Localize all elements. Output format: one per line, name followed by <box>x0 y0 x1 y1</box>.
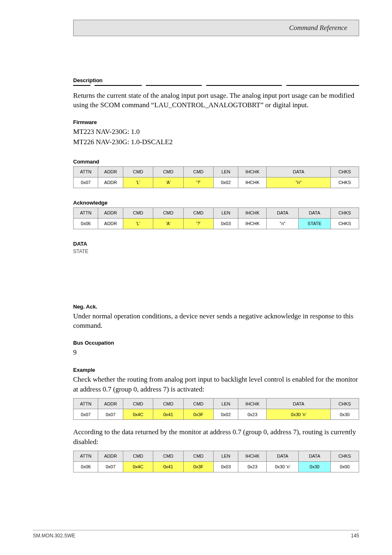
th: LEN <box>213 207 238 218</box>
th: DATA <box>267 207 299 218</box>
th: CMD <box>123 451 153 461</box>
header-title: Command Reference <box>289 24 347 32</box>
th-cmd: CMD <box>153 166 183 177</box>
td: 'L' <box>123 177 153 188</box>
td: 0x02 <box>213 409 238 420</box>
td: 'A' <box>153 177 183 188</box>
nack-label: Neg. Ack. <box>73 304 359 310</box>
td: 0x06 <box>74 461 98 472</box>
td: 0x23 <box>238 461 267 472</box>
th: IHCHK <box>238 451 267 461</box>
th: CHKS <box>330 398 359 409</box>
td: 0x03 <box>213 218 238 229</box>
description-text: Returns the current state of the analog … <box>73 91 359 110</box>
th: CMD <box>183 207 213 218</box>
td: 0x07 <box>74 177 98 188</box>
td: 0x30 <box>299 461 331 472</box>
td: CHKS <box>330 218 359 229</box>
td: 'A' <box>153 218 183 229</box>
th: LEN <box>213 398 238 409</box>
firmware-line-1: MT223 NAV-230G: 1.0 <box>73 127 359 136</box>
table-row: 0x06 ADDR 'L' 'A' '?' 0x03 IHCHK "n" STA… <box>74 218 359 229</box>
table-header-row: ATTN ADDR CMD CMD CMD LEN IHCHK DATA DAT… <box>74 451 359 461</box>
nack-text: Under normal operation conditions, a dev… <box>73 311 359 331</box>
td: "n" <box>267 177 330 188</box>
td: 0x4C <box>123 461 153 472</box>
example-request-table: ATTN ADDR CMD CMD CMD LEN IHCHK DATA CHK… <box>73 398 359 420</box>
table-row: 0x07 0x07 0x4C 0x41 0x3F 0x02 0x23 0x30 … <box>74 409 359 420</box>
table-row: 0x06 0x07 0x4C 0x41 0x3F 0x03 0x23 0x30 … <box>74 461 359 472</box>
td: 0x02 <box>213 177 238 188</box>
td: 0x30 <box>330 409 359 420</box>
td: 0x07 <box>98 409 123 420</box>
th: CMD <box>123 207 153 218</box>
td: '?' <box>183 218 213 229</box>
table-row: 0x07 ADDR 'L' 'A' '?' 0x02 IHCHK "n" CHK… <box>74 177 359 188</box>
ack-table: ATTN ADDR CMD CMD CMD LEN IHCHK DATA DAT… <box>73 207 359 229</box>
th: CMD <box>153 451 183 461</box>
th: ADDR <box>98 207 123 218</box>
th: CMD <box>123 398 153 409</box>
td: 0x23 <box>238 409 267 420</box>
td: 'L' <box>123 218 153 229</box>
th: CMD <box>183 398 213 409</box>
td: STATE <box>299 218 331 229</box>
example-intro: Check whether the routing from analog po… <box>73 375 359 394</box>
th: CMD <box>153 207 183 218</box>
td: 0x07 <box>74 409 98 420</box>
data-label: DATA <box>73 241 359 247</box>
footer-right: 145 <box>351 533 359 539</box>
th-data: DATA <box>267 166 330 177</box>
th: ADDR <box>98 398 123 409</box>
th: ADDR <box>98 451 123 461</box>
td: 0x3F <box>183 409 213 420</box>
td: CHKS <box>330 177 359 188</box>
th-chks: CHKS <box>330 166 359 177</box>
ack-label: Acknowledge <box>73 200 359 206</box>
td: 0x30 'n' <box>267 409 330 420</box>
th: IHCHK <box>238 398 267 409</box>
td: 0x30 'n' <box>267 461 299 472</box>
th: DATA <box>299 207 331 218</box>
footer-left: SM.MON.302.SWE <box>33 533 75 539</box>
firmware-label: Firmware <box>73 119 359 125</box>
firmware-line-2: MT226 NAV-230G: 1.0-DSCALE2 <box>73 137 359 147</box>
th-cmd: CMD <box>183 166 213 177</box>
th: CHKS <box>330 207 359 218</box>
td: 0x4C <box>123 409 153 420</box>
th: CMD <box>153 398 183 409</box>
th: ATTN <box>74 398 98 409</box>
td: 0x03 <box>213 461 238 472</box>
th-ihchk: IHCHK <box>238 166 267 177</box>
busoccupation-value: 9 <box>73 348 359 357</box>
td: ADDR <box>98 218 123 229</box>
td: "n" <box>267 218 299 229</box>
td: 0x00 <box>330 461 359 472</box>
table-header-row: ATTN ADDR CMD CMD CMD LEN IHCHK DATA CHK… <box>74 166 359 177</box>
th: DATA <box>267 451 299 461</box>
table-header-row: ATTN ADDR CMD CMD CMD LEN IHCHK DATA DAT… <box>74 207 359 218</box>
th-addr: ADDR <box>98 166 123 177</box>
th: DATA <box>267 398 330 409</box>
th-attn: ATTN <box>74 166 98 177</box>
td: '?' <box>183 177 213 188</box>
th-len: LEN <box>213 166 238 177</box>
td: IHCHK <box>238 177 267 188</box>
page-header: Command Reference <box>73 20 359 36</box>
example-response-table: ATTN ADDR CMD CMD CMD LEN IHCHK DATA DAT… <box>73 451 359 472</box>
th: IHCHK <box>238 207 267 218</box>
td: IHCHK <box>238 218 267 229</box>
data-state-text: STATE <box>73 249 359 254</box>
command-table: ATTN ADDR CMD CMD CMD LEN IHCHK DATA CHK… <box>73 166 359 188</box>
th: CMD <box>183 451 213 461</box>
th: DATA <box>299 451 331 461</box>
th: CHKS <box>330 451 359 461</box>
section-rule <box>73 85 359 86</box>
table-header-row: ATTN ADDR CMD CMD CMD LEN IHCHK DATA CHK… <box>74 398 359 409</box>
description-label: Description <box>73 77 359 83</box>
td: 0x06 <box>74 218 98 229</box>
th-cmd: CMD <box>123 166 153 177</box>
td: 0x41 <box>153 409 183 420</box>
page-footer: SM.MON.302.SWE 145 <box>33 530 359 539</box>
th: ATTN <box>74 451 98 461</box>
